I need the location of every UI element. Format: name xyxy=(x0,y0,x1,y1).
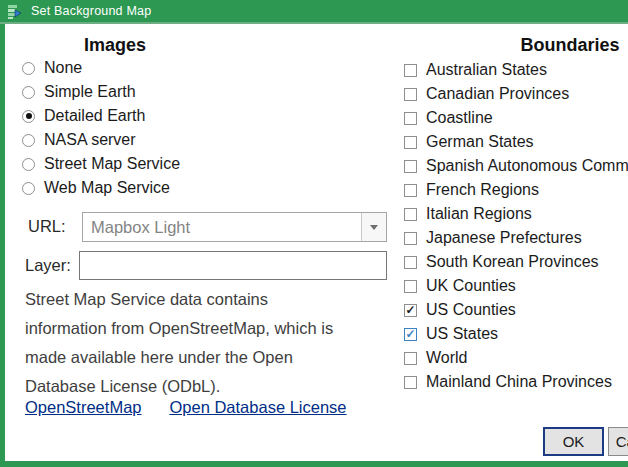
radio-option-label: Street Map Service xyxy=(44,155,180,173)
radio-option-label: NASA server xyxy=(44,131,136,149)
boundaries-header: Boundaries xyxy=(460,35,628,56)
checkbox-option-us-states[interactable]: US States xyxy=(404,322,628,346)
checkbox-option-world[interactable]: World xyxy=(404,346,628,370)
checkbox-icon[interactable] xyxy=(404,328,417,341)
notice-line: Database License (ODbL). xyxy=(25,372,397,401)
radio-option-street-map-service[interactable]: Street Map Service xyxy=(22,152,180,176)
checkbox-option-label: US Counties xyxy=(426,301,516,319)
checkbox-option-us-counties[interactable]: US Counties xyxy=(404,298,628,322)
license-links: OpenStreetMapOpen Database License xyxy=(25,398,347,417)
radio-option-simple-earth[interactable]: Simple Earth xyxy=(22,80,180,104)
checkbox-option-label: UK Counties xyxy=(426,277,516,295)
checkbox-icon[interactable] xyxy=(404,160,417,173)
images-header: Images xyxy=(45,35,185,56)
app-icon xyxy=(7,4,22,19)
title-bar[interactable]: Set Background Map xyxy=(0,0,628,24)
checkbox-icon[interactable] xyxy=(404,184,417,197)
checkbox-option-uk-counties[interactable]: UK Counties xyxy=(404,274,628,298)
radio-icon[interactable] xyxy=(22,62,35,75)
checkbox-icon[interactable] xyxy=(404,208,417,221)
checkbox-icon[interactable] xyxy=(404,256,417,269)
notice-line: Street Map Service data contains xyxy=(25,285,397,314)
radio-option-detailed-earth[interactable]: Detailed Earth xyxy=(22,104,180,128)
link-openstreetmap[interactable]: OpenStreetMap xyxy=(25,398,141,417)
osm-notice-text: Street Map Service data containsinformat… xyxy=(25,285,397,401)
checkbox-icon[interactable] xyxy=(404,232,417,245)
checkbox-option-label: Canadian Provinces xyxy=(426,85,569,103)
checkbox-option-label: French Regions xyxy=(426,181,539,199)
radio-option-label: Detailed Earth xyxy=(44,107,145,125)
checkbox-option-italian-regions[interactable]: Italian Regions xyxy=(404,202,628,226)
radio-option-web-map-service[interactable]: Web Map Service xyxy=(22,176,180,200)
layer-label: Layer: xyxy=(25,256,71,275)
checkbox-option-south-korean-provinces[interactable]: South Korean Provinces xyxy=(404,250,628,274)
notice-line: made available here under the Open xyxy=(25,343,397,372)
layer-input[interactable] xyxy=(79,251,387,280)
radio-option-label: Web Map Service xyxy=(44,179,170,197)
checkbox-icon[interactable] xyxy=(404,376,417,389)
checkbox-option-coastline[interactable]: Coastline xyxy=(404,106,628,130)
boundaries-checkbox-group: Australian StatesCanadian ProvincesCoast… xyxy=(404,58,628,394)
radio-icon[interactable] xyxy=(22,158,35,171)
checkbox-option-label: Mainland China Provinces xyxy=(426,373,612,391)
radio-icon[interactable] xyxy=(22,86,35,99)
notice-line: information from OpenStreetMap, which is xyxy=(25,314,397,343)
checkbox-icon[interactable] xyxy=(404,112,417,125)
dialog-body: Images Boundaries NoneSimple EarthDetail… xyxy=(5,24,628,461)
chevron-down-icon xyxy=(361,213,386,241)
radio-option-nasa-server[interactable]: NASA server xyxy=(22,128,180,152)
images-radio-group: NoneSimple EarthDetailed EarthNASA serve… xyxy=(22,56,180,200)
dialog-window: Set Background Map Images Boundaries Non… xyxy=(0,0,628,467)
link-open-database-license[interactable]: Open Database License xyxy=(169,398,346,417)
radio-option-label: None xyxy=(44,59,82,77)
checkbox-option-label: World xyxy=(426,349,468,367)
radio-icon[interactable] xyxy=(22,110,35,123)
url-label: URL: xyxy=(28,217,66,236)
url-dropdown-value: Mapbox Light xyxy=(83,218,361,237)
checkbox-option-label: Italian Regions xyxy=(426,205,532,223)
radio-option-none[interactable]: None xyxy=(22,56,180,80)
checkbox-option-label: South Korean Provinces xyxy=(426,253,599,271)
checkbox-option-label: Coastline xyxy=(426,109,493,127)
checkbox-icon[interactable] xyxy=(404,352,417,365)
checkbox-option-canadian-provinces[interactable]: Canadian Provinces xyxy=(404,82,628,106)
radio-option-label: Simple Earth xyxy=(44,83,136,101)
checkbox-option-japanese-prefectures[interactable]: Japanese Prefectures xyxy=(404,226,628,250)
checkbox-icon[interactable] xyxy=(404,64,417,77)
window-title: Set Background Map xyxy=(31,4,151,18)
checkbox-option-australian-states[interactable]: Australian States xyxy=(404,58,628,82)
checkbox-option-label: Spanish Autonomous Communities xyxy=(426,157,628,175)
url-dropdown: Mapbox Light xyxy=(82,212,387,242)
checkbox-option-label: German States xyxy=(426,133,534,151)
checkbox-option-german-states[interactable]: German States xyxy=(404,130,628,154)
radio-icon[interactable] xyxy=(22,134,35,147)
cancel-button[interactable]: Cancel xyxy=(608,427,628,456)
checkbox-option-spanish-autonomous-communities[interactable]: Spanish Autonomous Communities xyxy=(404,154,628,178)
radio-icon[interactable] xyxy=(22,182,35,195)
checkbox-option-label: US States xyxy=(426,325,498,343)
checkbox-icon[interactable] xyxy=(404,280,417,293)
checkbox-icon[interactable] xyxy=(404,88,417,101)
checkbox-option-french-regions[interactable]: French Regions xyxy=(404,178,628,202)
checkbox-option-label: Japanese Prefectures xyxy=(426,229,582,247)
ok-button[interactable]: OK xyxy=(543,427,604,456)
checkbox-option-mainland-china-provinces[interactable]: Mainland China Provinces xyxy=(404,370,628,394)
checkbox-option-label: Australian States xyxy=(426,61,547,79)
checkbox-icon[interactable] xyxy=(404,304,417,317)
checkbox-icon[interactable] xyxy=(404,136,417,149)
